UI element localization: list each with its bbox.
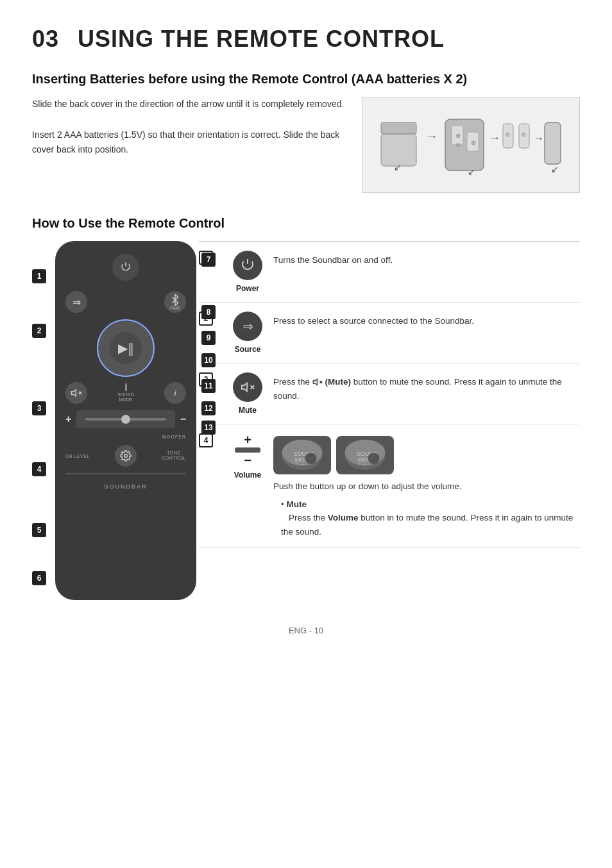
minus-symbol: −	[244, 454, 251, 467]
instruction-icon-volume: + − Volume	[222, 433, 273, 480]
power-button[interactable]	[112, 254, 139, 281]
badge-4: 4	[32, 462, 46, 476]
power-icon-circle	[233, 251, 262, 280]
remote-3d-1: SOUND MODE + —	[273, 435, 331, 475]
source-icon-circle: ⇒	[233, 312, 262, 341]
ch-level-area: CH LEVEL	[65, 454, 90, 458]
bluetooth-icon	[169, 294, 181, 306]
section2-heading: How to Use the Remote Control	[32, 216, 580, 231]
info-button[interactable]: i	[164, 382, 186, 404]
svg-text:⊖: ⊖	[455, 141, 461, 148]
battery-section: Slide the back cover in the direction of…	[32, 97, 580, 193]
badge-1: 1	[32, 269, 46, 283]
source-label: Source	[235, 345, 261, 354]
mute-icon-circle	[233, 372, 262, 402]
power-row	[65, 254, 186, 281]
sound-mode-area: SOUNDMODE	[117, 383, 133, 403]
mute-icon	[71, 387, 82, 399]
mute-label: Mute	[239, 406, 257, 415]
power-icon	[120, 262, 132, 273]
volume-images: SOUND MODE + — SOUND MODE	[273, 436, 580, 474]
volume-bullet-head: Mute Press the Volume button in to mute …	[281, 497, 580, 539]
badge-10: 10	[201, 353, 216, 367]
plus-symbol: +	[244, 433, 251, 446]
svg-text:⊕: ⊕	[521, 131, 526, 138]
svg-text:⊕: ⊕	[471, 139, 476, 146]
battery-diagram-svg: → ⊕ ⊖ ⊕ → ⊕ ⊕ → ↙ ↙ ↙	[375, 103, 567, 187]
play-button[interactable]: ▶‖	[110, 332, 142, 364]
volume-plus-minus: + −	[235, 433, 260, 467]
power-label: Power	[236, 284, 259, 293]
instruction-desc-3: Press the (Mute) button to mute the soun…	[273, 372, 580, 403]
svg-text:→: →	[489, 131, 500, 144]
instruction-icon-power: Power	[222, 251, 273, 293]
source-pair-row: ⇒ PAIR	[65, 291, 186, 313]
instruction-row-2: 2 ⇒ Source Press to select a source conn…	[199, 303, 580, 363]
section1-heading: Inserting Batteries before using the Rem…	[32, 72, 580, 87]
sound-mode-indicator	[125, 383, 127, 391]
settings-button[interactable]	[115, 445, 137, 467]
pair-label: PAIR	[170, 306, 180, 310]
svg-text:↙: ↙	[551, 164, 559, 174]
separator-line	[65, 473, 186, 474]
svg-text:+ —: + —	[295, 461, 305, 467]
instruction-icon-source: ⇒ Source	[222, 312, 273, 354]
badge-3: 3	[32, 401, 46, 415]
mute-button[interactable]	[65, 382, 87, 404]
page-title: 03 USING THE REMOTE CONTROL	[32, 26, 580, 53]
source-arrow-icon: ⇒	[242, 319, 253, 334]
svg-text:→: →	[426, 130, 438, 143]
sound-mode-label: SOUNDMODE	[117, 392, 133, 403]
remote-illustration: 1 2 3 4 5 6	[32, 241, 199, 600]
remote-3d-2: SOUND MODE + —	[336, 435, 394, 475]
instruction-desc-4: SOUND MODE + — SOUND MODE	[273, 433, 580, 538]
svg-rect-1	[381, 134, 416, 166]
svg-rect-0	[381, 122, 416, 134]
badge-2: 2	[32, 324, 46, 338]
volume-mini-img-1: SOUND MODE + —	[273, 436, 331, 474]
bluetooth-pair-button[interactable]: PAIR	[164, 291, 186, 313]
mute-info-row: SOUNDMODE i	[65, 382, 186, 404]
page-number: ENG - 10	[32, 626, 580, 635]
instruction-row-1: 1 Power Turns the Soundbar on and off.	[199, 242, 580, 303]
volume-track	[85, 418, 166, 421]
svg-text:→: →	[534, 133, 544, 144]
battery-diagram: → ⊕ ⊖ ⊕ → ⊕ ⊕ → ↙ ↙ ↙	[362, 97, 580, 193]
badge-8: 8	[201, 305, 216, 319]
badge-7: 7	[201, 253, 216, 267]
tone-control-area: TONECONTROL	[162, 451, 186, 462]
battery-text: Slide the back cover in the direction of…	[32, 97, 362, 158]
svg-point-36	[368, 453, 380, 464]
woofer-label: WOOFER	[162, 435, 187, 439]
how-to-section: 1 2 3 4 5 6	[32, 241, 580, 600]
instruction-desc-2: Press to select a source connected to th…	[273, 312, 580, 328]
badge-12: 12	[201, 401, 216, 415]
settings-icon	[120, 450, 132, 462]
power-icon-large	[240, 258, 255, 273]
instruction-row-3: 3 Mute Press the	[199, 363, 580, 424]
volume-thumb	[121, 415, 130, 424]
mute-inline-icon	[312, 377, 323, 387]
play-pause-area: ▶‖	[65, 319, 186, 377]
svg-text:+ —: + —	[358, 461, 368, 467]
instructions-panel: 1 Power Turns the Soundbar on and off. 2…	[199, 241, 580, 548]
instruction-icon-mute: Mute	[222, 372, 273, 415]
badge-5: 5	[32, 523, 46, 537]
instruction-badge-4: 4	[199, 433, 213, 447]
play-outer-ring: ▶‖	[97, 319, 155, 377]
svg-text:↙: ↙	[468, 167, 475, 177]
tone-control-label: TONECONTROL	[162, 451, 186, 462]
volume-slider[interactable]	[76, 410, 174, 428]
instruction-num-4: 4	[199, 433, 222, 447]
soundbar-text: SOUNDBAR	[65, 483, 186, 490]
volume-bar	[235, 447, 260, 453]
svg-text:↙: ↙	[394, 162, 402, 172]
volume-label: Volume	[234, 471, 261, 480]
battery-text-2: Insert 2 AAA batteries (1.5V) so that th…	[32, 128, 349, 158]
battery-text-1: Slide the back cover in the direction of…	[32, 97, 349, 112]
volume-area: + − WOOFER	[65, 410, 186, 441]
badge-6: 6	[32, 571, 46, 585]
remote-body: 7 8 9 10 11 12 13 ⇒	[55, 241, 196, 600]
svg-rect-15	[545, 122, 561, 164]
source-button[interactable]: ⇒	[65, 291, 87, 313]
